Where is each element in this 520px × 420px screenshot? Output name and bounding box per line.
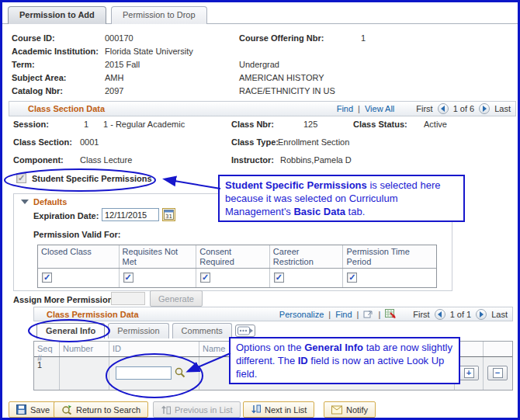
subject-area-label: Subject Area: [12,73,67,82]
previous-row-button[interactable] [438,103,449,114]
first-link[interactable]: First [416,104,432,113]
chevron-left-icon [437,311,442,318]
personalize-link[interactable]: Personalize [279,310,324,319]
next-row-button[interactable] [479,103,490,114]
requisites-not-met-header: Requisites Not Met [120,245,197,268]
next-in-list-icon [251,404,261,415]
previous-in-list-label: Previous in List [175,405,233,415]
next-in-list-button[interactable]: Next in List [243,401,314,418]
svg-text:31: 31 [165,213,172,220]
grid-next-row-button[interactable] [476,309,487,320]
closed-class-checkbox[interactable] [42,272,52,283]
component-label: Component: [13,155,64,165]
permission-valid-for-table: Closed Class Requisites Not Met Consent … [37,245,437,288]
class-section-label: Class Section: [13,137,72,147]
grid-row-position: 1 of 1 [450,310,472,319]
link-divider: | [378,310,380,319]
class-permission-subtabs: General Info Permission Comments [36,323,255,338]
class-nbr-value: 125 [303,120,317,129]
catalog-nbr-label: Catalog Nbr: [12,86,63,95]
last-link[interactable]: Last [494,104,511,113]
delete-row-cell: − [484,357,512,390]
student-specific-permissions-checkbox [16,173,26,183]
academic-institution-label: Academic Institution: [12,47,99,56]
grid-previous-row-button[interactable] [435,309,445,320]
generate-button: Generate [150,290,203,307]
save-button[interactable]: Save [9,401,57,418]
session-value: 1 [84,120,88,129]
calendar-glyph: 31 [164,210,174,220]
link-divider: | [328,310,331,319]
course-offering-nbr-label: Course Offering Nbr: [239,33,324,43]
next-in-list-label: Next in List [265,405,307,415]
id-cell [109,357,199,390]
class-type-label: Class Type: [231,137,279,147]
add-row-button[interactable]: + [459,366,479,380]
expiration-date-input[interactable] [102,208,159,221]
tab-permission-to-add[interactable]: Permission to Add [8,6,106,24]
instructor-value: Robbins,Pamela D [280,155,352,165]
grid-find-link[interactable]: Find [335,310,352,319]
view-all-link[interactable]: View All [365,104,394,113]
assign-more-permissions-label: Assign More Permissions: [13,295,120,304]
class-nbr-label: Class Nbr: [231,120,274,129]
calendar-icon[interactable]: 31 [162,208,175,221]
requisites-not-met-checkbox[interactable] [123,272,133,283]
tab-permission-to-drop[interactable]: Permission to Drop [111,6,207,24]
catalog-nbr-value: 2097 [105,86,123,95]
class-section-data-header: Class Section Data Find | View All First… [9,101,516,116]
view-all-grid-icon[interactable] [363,309,373,319]
seq-column-header: Seq # [34,342,60,356]
row-position: 1 of 6 [453,104,475,113]
permission-time-period-checkbox[interactable] [347,272,357,283]
previous-in-list-icon [161,404,171,415]
valid-for-header-row: Closed Class Requisites Not Met Consent … [38,245,436,269]
course-offering-nbr-value: 1 [361,33,366,43]
callout-arrow-1 [165,179,220,189]
id-lookup-input[interactable] [116,366,172,380]
career-restriction-checkbox[interactable] [274,272,284,283]
permission-valid-for-label: Permission Valid For: [33,230,120,239]
save-label: Save [30,405,50,415]
term-label: Term: [12,60,35,69]
show-all-columns-icon[interactable] [235,325,255,337]
instructor-label: Instructor: [231,155,274,165]
return-to-search-label: Return to Search [76,405,140,415]
return-to-search-button[interactable]: Return to Search [54,401,148,418]
course-id-label: Course ID: [12,33,55,43]
notify-label: Notify [346,405,368,415]
tab-permission[interactable]: Permission [108,323,168,338]
collapse-triangle-icon[interactable] [21,200,29,204]
download-to-excel-icon[interactable] [385,309,396,319]
term-value: 2015 Fall [105,60,140,69]
tab-comments[interactable]: Comments [172,323,232,338]
career-restriction-header: Career Restriction [270,245,344,268]
assign-more-permissions-input [111,292,145,305]
notify-button[interactable]: Notify [324,401,376,418]
consent-required-checkbox[interactable] [200,272,210,283]
class-section-data-title: Class Section Data [14,104,105,113]
student-specific-callout: Student Specific Permissions is selected… [218,175,465,222]
catalog-description: RACE/ETHNICITY IN US [239,86,335,95]
number-cell [60,357,109,390]
tab-general-info[interactable]: General Info [36,323,105,338]
class-status-value: Active [424,120,447,129]
session-description: 1 - Regular Academic [103,120,185,129]
find-link[interactable]: Find [337,104,353,113]
consent-required-header: Consent Required [196,245,270,268]
link-divider: | [358,104,360,113]
permission-time-period-header: Permission Time Period [343,245,436,268]
grid-last-link[interactable]: Last [491,310,508,319]
class-status-label: Class Status: [353,120,407,129]
academic-institution-value: Florida State University [105,47,193,56]
general-info-callout: Options on the General Info tab are now … [229,337,460,384]
closed-class-header: Closed Class [38,245,120,268]
lookup-magnifier-icon[interactable] [175,367,185,380]
seq-cell: 1 [34,357,60,390]
previous-in-list-button: Previous in List [153,401,241,418]
class-type-value: Enrollment Section [278,137,349,147]
grid-first-link[interactable]: First [413,310,429,319]
link-divider: | [357,310,359,319]
delete-row-button[interactable]: − [487,366,508,380]
chevron-right-icon [479,311,484,318]
